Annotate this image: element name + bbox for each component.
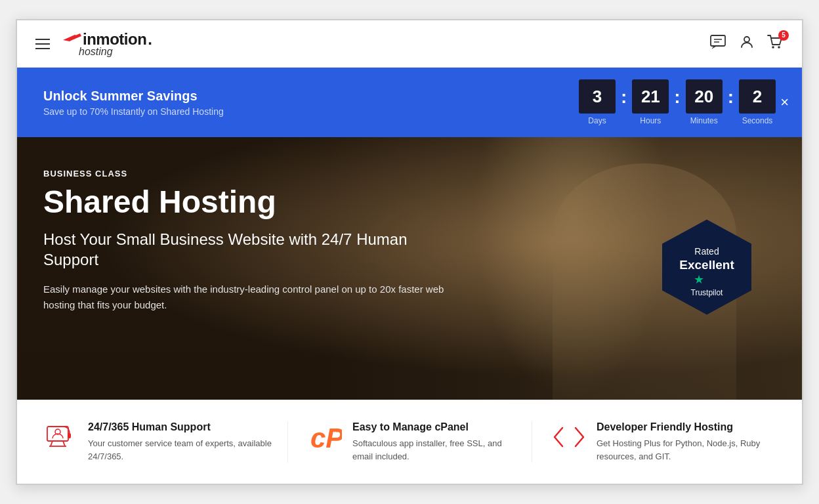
countdown-days: 3 Days [579, 79, 616, 125]
chat-icon[interactable] [710, 35, 727, 53]
banner-text: Unlock Summer Savings Save up to 70% Ins… [43, 89, 224, 117]
feature-cpanel-title: Easy to Manage cPanel [352, 421, 518, 433]
countdown-days-value: 3 [579, 79, 616, 114]
banner-subtitle: Save up to 70% Instantly on Shared Hosti… [43, 106, 224, 117]
svg-text:cP: cP [310, 423, 342, 453]
banner-title: Unlock Summer Savings [43, 89, 224, 104]
svg-point-3 [744, 37, 749, 42]
feature-dev-content: Developer Friendly Hosting Get Hosting P… [597, 421, 763, 463]
countdown-seconds-label: Seconds [742, 116, 773, 125]
banner-close-button[interactable]: × [780, 94, 789, 111]
svg-rect-16 [68, 433, 71, 438]
account-icon[interactable] [739, 34, 755, 54]
feature-support-title: 24/7/365 Human Support [88, 421, 274, 433]
svg-point-4 [772, 46, 774, 49]
promo-banner: Unlock Summer Savings Save up to 70% Ins… [17, 68, 802, 137]
hamburger-menu[interactable] [35, 39, 50, 49]
countdown-seconds: 2 Seconds [739, 79, 776, 125]
hero-description: Easily manage your websites with the ind… [43, 282, 450, 313]
feature-support-desc: Your customer service team of experts, a… [88, 437, 274, 463]
countdown-hours-value: 21 [632, 79, 669, 114]
countdown-hours: 21 Hours [632, 79, 669, 125]
hero-content: BUSINESS CLASS Shared Hosting Host Your … [17, 137, 476, 345]
countdown-separator-3: : [728, 87, 734, 108]
countdown-hours-label: Hours [640, 116, 661, 125]
countdown-minutes-label: Minutes [690, 116, 718, 125]
svg-point-5 [778, 46, 780, 49]
cart-icon[interactable]: 5 [766, 34, 784, 54]
cpanel-icon: cP ™ [308, 421, 342, 459]
svg-line-12 [51, 441, 52, 446]
hero-category: BUSINESS CLASS [43, 169, 450, 178]
trustpilot-badge: Rated Excellent ★ Trustpilot [658, 217, 756, 321]
logo-hosting-text: hosting [79, 46, 113, 58]
cart-badge: 5 [778, 30, 789, 41]
countdown-seconds-value: 2 [739, 79, 776, 114]
countdown-minutes-value: 20 [686, 79, 723, 114]
countdown-days-label: Days [588, 116, 606, 125]
countdown-timer: 3 Days : 21 Hours : 20 Minutes : 2 Secon… [579, 79, 776, 125]
features-section: 24/7/365 Human Support Your customer ser… [17, 400, 802, 484]
feature-cpanel: cP ™ Easy to Manage cPanel Softaculous a… [287, 421, 532, 463]
svg-rect-0 [711, 35, 725, 46]
svg-text:Rated: Rated [694, 246, 719, 257]
hero-subtitle: Host Your Small Business Website with 24… [43, 229, 450, 270]
hero-title: Shared Hosting [43, 185, 450, 220]
feature-dev-title: Developer Friendly Hosting [597, 421, 763, 433]
logo-arrow-icon [63, 33, 81, 45]
logo[interactable]: inmotion. hosting [63, 30, 152, 58]
svg-text:Trustpilot: Trustpilot [691, 288, 724, 297]
feature-cpanel-content: Easy to Manage cPanel Softaculous app in… [352, 421, 518, 463]
countdown-separator-1: : [621, 87, 627, 108]
feature-dev: Developer Friendly Hosting Get Hosting P… [532, 421, 776, 463]
feature-support: 24/7/365 Human Support Your customer ser… [43, 421, 287, 463]
svg-text:Excellent: Excellent [679, 258, 734, 272]
support-icon [43, 421, 77, 459]
feature-cpanel-desc: Softaculous app installer, free SSL, and… [352, 437, 518, 463]
header-icons: 5 [710, 34, 784, 54]
feature-dev-desc: Get Hosting Plus for Python, Node.js, Ru… [597, 437, 763, 463]
svg-line-13 [63, 441, 65, 446]
hero-section: BUSINESS CLASS Shared Hosting Host Your … [17, 137, 802, 400]
countdown-minutes: 20 Minutes [686, 79, 723, 125]
header-left: inmotion. hosting [35, 30, 152, 58]
logo-dot: . [148, 30, 152, 49]
page-wrapper: inmotion. hosting [16, 19, 803, 485]
svg-text:★: ★ [694, 273, 704, 286]
countdown-separator-2: : [674, 87, 680, 108]
svg-text:™: ™ [333, 429, 339, 436]
dev-icon [552, 421, 586, 459]
header: inmotion. hosting [17, 20, 802, 68]
feature-support-content: 24/7/365 Human Support Your customer ser… [88, 421, 274, 463]
